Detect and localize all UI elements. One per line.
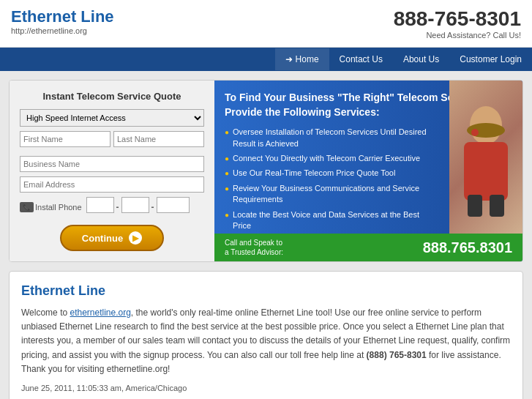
phone-sep-2: - xyxy=(151,202,154,212)
svg-rect-3 xyxy=(468,195,482,217)
svg-point-5 xyxy=(471,129,479,136)
header-left: Ethernet Line http://ethernetline.org xyxy=(11,7,114,35)
continue-button[interactable]: Continue ▶ xyxy=(60,225,164,251)
header-assistance: Need Assistance? Call Us! xyxy=(394,31,521,40)
first-name-input[interactable] xyxy=(20,131,110,147)
quote-form-title: Instant Telecom Service Quote xyxy=(20,91,204,102)
nav-bar: ➜ Home Contact Us About Us Customer Logi… xyxy=(0,48,532,71)
site-title: Ethernet Line xyxy=(11,7,114,26)
header-phone: 888-765-8301 xyxy=(394,7,521,31)
continue-arrow-icon: ▶ xyxy=(129,231,142,245)
nav-contact[interactable]: Contact Us xyxy=(329,48,393,70)
svg-rect-4 xyxy=(490,195,504,217)
phone-row-icon: 📞 xyxy=(20,202,34,212)
promo-cta: Call and Speak to a Trusted Advisor: 888… xyxy=(214,234,522,261)
phone-line-input[interactable] xyxy=(157,197,190,213)
quote-promo-section: Instant Telecom Service Quote High Speed… xyxy=(9,80,523,262)
about-body: Welcome to ethernetline.org, the world's… xyxy=(21,306,511,376)
about-link[interactable]: ethernetline.org xyxy=(70,307,130,318)
nav-about[interactable]: About Us xyxy=(393,48,449,70)
email-input[interactable] xyxy=(20,176,204,193)
business-name-input[interactable] xyxy=(20,156,204,172)
phone-sep-1: - xyxy=(116,202,119,212)
phone-row: 📞 Install Phone - - xyxy=(20,197,204,217)
promo-panel: To Find Your Business "The Right" Teleco… xyxy=(214,81,522,261)
site-url[interactable]: http://ethernetline.org xyxy=(11,26,114,35)
agent-image xyxy=(449,81,522,235)
service-select[interactable]: High Speed Internet Access xyxy=(20,109,204,127)
about-title: Ethernet Line xyxy=(21,283,511,299)
last-name-input[interactable] xyxy=(113,131,204,147)
phone-area-input[interactable] xyxy=(86,197,114,213)
nav-login[interactable]: Customer Login xyxy=(449,48,532,70)
install-phone-label: Install Phone xyxy=(35,203,82,212)
nav-home[interactable]: ➜ Home xyxy=(275,48,329,70)
svg-rect-1 xyxy=(464,142,508,201)
phone-prefix-input[interactable] xyxy=(121,197,149,213)
promo-cta-phone: 888.765.8301 xyxy=(423,239,512,256)
home-arrow-icon: ➜ xyxy=(285,54,293,64)
header: Ethernet Line http://ethernetline.org 88… xyxy=(0,0,532,48)
header-right: 888-765-8301 Need Assistance? Call Us! xyxy=(394,7,521,40)
name-row xyxy=(20,131,204,152)
about-section: Ethernet Line Welcome to ethernetline.or… xyxy=(9,271,523,399)
continue-label: Continue xyxy=(82,233,123,244)
about-date: June 25, 2011, 11:05:33 am, America/Chic… xyxy=(21,384,511,392)
main-content: Instant Telecom Service Quote High Speed… xyxy=(0,71,532,399)
promo-cta-text: Call and Speak to a Trusted Advisor: xyxy=(225,238,283,257)
quote-form: Instant Telecom Service Quote High Speed… xyxy=(10,81,214,261)
